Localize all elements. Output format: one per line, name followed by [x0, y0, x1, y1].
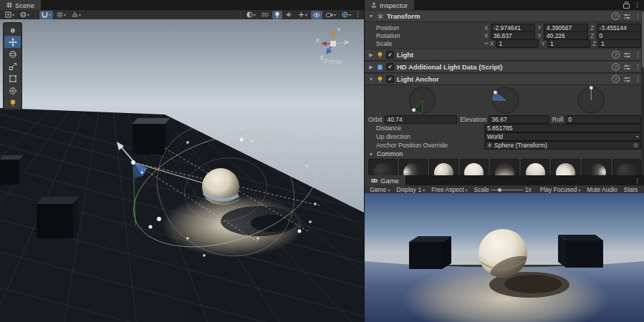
- rotation-x-field[interactable]: 36.637: [491, 31, 535, 40]
- light-preset-6[interactable]: [551, 159, 580, 175]
- tool-handle-pivot-button[interactable]: ▾: [3, 11, 16, 19]
- position-x-field[interactable]: -2.974641: [491, 24, 535, 32]
- position-y-field[interactable]: 4.390567: [544, 24, 588, 32]
- hd-light-data-header[interactable]: ▶ ✓ HD Additional Light Data (Script) ? …: [365, 61, 644, 73]
- component-more-icon[interactable]: ⋮: [635, 13, 641, 19]
- common-foldout[interactable]: ▼ Common: [365, 150, 644, 158]
- transform-tool-button[interactable]: [4, 84, 21, 97]
- component-more-icon[interactable]: ⋮: [635, 76, 641, 82]
- component-more-icon[interactable]: ⋮: [635, 52, 641, 58]
- scene-more-icon[interactable]: ⋮: [355, 11, 361, 18]
- rotation-y-field[interactable]: 40.226: [544, 31, 588, 40]
- foldout-icon[interactable]: ▼: [368, 14, 374, 19]
- move-tool-button[interactable]: [4, 36, 21, 48]
- tool-handle-rotation-button[interactable]: ▾: [18, 11, 32, 19]
- foldout-icon[interactable]: ▶: [368, 52, 374, 58]
- display-dropdown[interactable]: Display 1 ▾: [394, 186, 427, 193]
- preset-icon[interactable]: [624, 52, 630, 58]
- light-anchor-header[interactable]: ▼ ✓ Light Anchor ? ⋮: [365, 73, 644, 85]
- hd-light-data-enabled-checkbox[interactable]: ✓: [386, 63, 394, 71]
- light-preset-3[interactable]: [460, 159, 489, 175]
- light-preset-5[interactable]: [521, 159, 550, 175]
- play-focused-dropdown[interactable]: Play Focused ▾: [538, 186, 583, 193]
- mute-audio-button[interactable]: Mute Audio: [585, 186, 620, 193]
- perspective-label[interactable]: Persp: [324, 58, 342, 65]
- preset-icon[interactable]: [624, 77, 630, 82]
- light-preset-7[interactable]: [582, 159, 611, 175]
- distance-field[interactable]: 5.851785: [484, 124, 641, 132]
- light-component-header[interactable]: ▶ ✓ Light ? ⋮: [365, 49, 644, 61]
- rotation-z-field[interactable]: 0: [597, 31, 641, 40]
- grid-snap-button[interactable]: ▾: [39, 11, 53, 19]
- scene-object-cube-near[interactable]: [37, 197, 79, 238]
- view-tool-button[interactable]: [4, 24, 21, 36]
- help-icon[interactable]: ?: [612, 75, 620, 83]
- scene-object-cube-far[interactable]: [133, 118, 170, 155]
- scene-audio-toggle[interactable]: [284, 11, 294, 19]
- tab-scene[interactable]: Scene: [0, 0, 41, 10]
- tab-inspector[interactable]: Inspector: [365, 0, 414, 10]
- elevation-field[interactable]: 36.67: [489, 115, 549, 124]
- light-preset-4[interactable]: [490, 159, 519, 175]
- scene-lighting-toggle[interactable]: [272, 11, 282, 19]
- scene-visibility-toggle[interactable]: [311, 11, 322, 19]
- scale-y-field[interactable]: 1: [547, 39, 590, 48]
- roll-dial[interactable]: [578, 86, 604, 113]
- foldout-icon[interactable]: ▶: [368, 64, 374, 70]
- roll-field[interactable]: 0: [565, 115, 641, 124]
- uniform-scale-link-icon[interactable]: ∞: [484, 40, 489, 47]
- preset-icon[interactable]: [624, 64, 630, 70]
- aspect-dropdown[interactable]: Free Aspect ▾: [429, 186, 469, 193]
- light-preset-0[interactable]: [368, 159, 398, 175]
- up-direction-dropdown[interactable]: World ▾: [484, 132, 641, 141]
- game-view-dropdown[interactable]: Game ▾: [367, 186, 392, 193]
- stats-button[interactable]: Stats: [622, 186, 640, 193]
- snap-increment-button[interactable]: ▾: [69, 11, 83, 19]
- scene-camera-button[interactable]: ▾: [324, 11, 338, 19]
- light-anchor-enabled-checkbox[interactable]: ✓: [386, 75, 394, 83]
- transform-header[interactable]: ▼ Transform ? ⋮: [365, 10, 644, 22]
- light-anchor-tool-button[interactable]: [4, 97, 21, 109]
- orbit-dial[interactable]: [409, 87, 435, 113]
- light-preset-2[interactable]: [429, 159, 458, 175]
- preset-icon[interactable]: [624, 14, 630, 19]
- light-enabled-checkbox[interactable]: ✓: [386, 51, 394, 59]
- orientation-gizmo[interactable]: Y X Z Persp: [308, 24, 358, 68]
- help-icon[interactable]: ?: [612, 63, 620, 71]
- scene-gizmos-button[interactable]: ▾: [340, 11, 353, 19]
- game-more-icon[interactable]: ⋮: [634, 177, 640, 184]
- scale-row: Scale ∞ X 1 Y 1 Z 1: [365, 39, 644, 47]
- up-direction-label: Up direction: [376, 133, 482, 140]
- lock-icon[interactable]: [623, 4, 630, 9]
- scale-tool-button[interactable]: [4, 60, 21, 72]
- anchor-override-object-field[interactable]: Sphere (Transform) ◎: [484, 141, 641, 150]
- tab-game[interactable]: Game: [365, 175, 405, 185]
- roll-label: Roll: [552, 116, 564, 123]
- inspector-scrollbar[interactable]: [641, 10, 644, 175]
- foldout-icon[interactable]: ▼: [368, 77, 374, 82]
- shading-mode-button[interactable]: ▾: [244, 11, 258, 19]
- scene-viewport[interactable]: Y X Z Persp: [0, 19, 364, 322]
- scene-effects-button[interactable]: ▾: [296, 11, 309, 19]
- object-picker-icon[interactable]: ◎: [633, 142, 638, 149]
- light-preset-8[interactable]: [612, 159, 642, 175]
- elevation-dial[interactable]: [493, 87, 519, 113]
- grid-visibility-button[interactable]: ▾: [54, 11, 68, 19]
- light-preset-1[interactable]: [399, 159, 428, 175]
- inspector-more-icon[interactable]: ⋮: [634, 2, 640, 9]
- scale-slider[interactable]: [491, 186, 524, 193]
- component-more-icon[interactable]: ⋮: [635, 64, 641, 70]
- help-icon[interactable]: ?: [612, 51, 620, 59]
- orbit-field[interactable]: 40.74: [385, 115, 458, 124]
- position-z-field[interactable]: -3.455144: [597, 24, 641, 32]
- scale-slider-handle[interactable]: [498, 188, 501, 192]
- help-icon[interactable]: ?: [612, 12, 620, 20]
- preset-sphere-icon: [495, 163, 514, 176]
- game-viewport[interactable]: [365, 193, 644, 322]
- 2d-toggle[interactable]: 2D: [259, 11, 271, 19]
- rotate-tool-button[interactable]: [4, 48, 21, 60]
- scene-object-cube-left[interactable]: [0, 155, 24, 185]
- scale-z-field[interactable]: 1: [598, 39, 641, 48]
- rect-tool-button[interactable]: [4, 72, 21, 84]
- scale-x-field[interactable]: 1: [496, 39, 539, 48]
